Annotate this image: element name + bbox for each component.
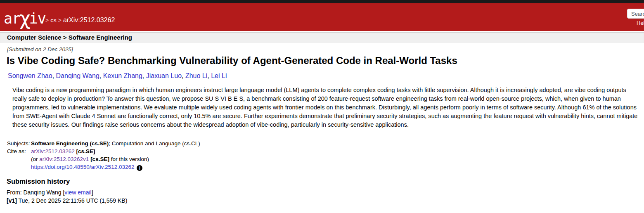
author-link[interactable]: Jiaxuan Luo	[146, 72, 182, 79]
cite-as-label: Cite as:	[7, 147, 31, 155]
submitter-line: From: Danqing Wang [view email]	[7, 188, 639, 196]
abstract-text: Vibe coding is a new programming paradig…	[12, 86, 639, 129]
subjects-label: Subjects:	[7, 140, 31, 147]
doi-row: https://doi.org/10.48550/arXiv.2512.0326…	[7, 163, 639, 171]
subject-breadcrumb[interactable]: Computer Science > Software Engineering	[7, 34, 132, 41]
breadcrumb-link-cs[interactable]: cs	[50, 17, 57, 24]
version-row: (or arXiv:2512.03262v1 [cs.SE] for this …	[7, 155, 639, 163]
author-link[interactable]: Danqing Wang	[56, 72, 99, 79]
version-1-line: [v1] Tue, 2 Dec 2025 22:11:56 UTC (1,559…	[7, 196, 639, 205]
submission-history-section: Submission history From: Danqing Wang [v…	[7, 178, 639, 205]
version-tag: [v1]	[7, 197, 17, 204]
breadcrumb-paper-id: arXiv:2512.03262	[63, 17, 115, 24]
author-link[interactable]: Songwen Zhao	[8, 72, 52, 79]
logo-iv: iv	[29, 10, 46, 27]
doi-link[interactable]: https://doi.org/10.48550/arXiv.2512.0326…	[31, 164, 134, 170]
author-link[interactable]: Lei Li	[211, 72, 227, 79]
info-icon[interactable]: i	[137, 165, 142, 171]
author-link[interactable]: Zhuo Li	[185, 72, 207, 79]
version-timestamp: Tue, 2 Dec 2025 22:11:56 UTC (1,559 KB)	[19, 197, 128, 204]
arxiv-header-banner: arχiv >cs>arXiv:2512.03262 Help	[0, 3, 644, 31]
subject-breadcrumb-bar: Computer Science > Software Engineering	[0, 32, 644, 43]
logo-ar: ar	[4, 10, 20, 27]
paper-title: Is Vibe Coding Safe? Benchmarking Vulner…	[7, 55, 639, 67]
breadcrumb-separator: >	[44, 17, 50, 24]
cite-as-row: Cite as: arXiv:2512.03262 [cs.SE]	[7, 147, 639, 155]
breadcrumb: >cs>arXiv:2512.03262	[44, 17, 115, 24]
top-black-bar	[0, 0, 644, 3]
version-close-paren: for this version)	[111, 156, 149, 162]
version-arxiv-link[interactable]: arXiv:2512.03262v1	[39, 156, 89, 162]
author-link[interactable]: Kexun Zhang	[103, 72, 142, 79]
breadcrumb-separator: >	[57, 17, 63, 24]
submission-date-note: [Submitted on 2 Dec 2025]	[7, 46, 639, 52]
submitter-name: From: Danqing Wang [	[7, 189, 64, 196]
subjects-row: Subjects: Software Engineering (cs.SE); …	[7, 140, 639, 147]
version-category: [cs.SE]	[90, 156, 109, 162]
author-list: Songwen Zhao, Danqing Wang, Kexun Zhang,…	[8, 72, 639, 80]
cite-category: [cs.SE]	[76, 148, 95, 154]
subject-primary: Software Engineering (cs.SE)	[31, 140, 109, 147]
cite-arxiv-link[interactable]: arXiv:2512.03262	[31, 148, 75, 154]
search-input[interactable]	[627, 9, 644, 19]
metadata-table: Subjects: Software Engineering (cs.SE); …	[7, 140, 639, 171]
submission-history-heading: Submission history	[7, 178, 639, 185]
abstract-page-content: [Submitted on 2 Dec 2025] Is Vibe Coding…	[0, 46, 644, 205]
help-link[interactable]: Help	[637, 20, 644, 26]
version-open-paren: (or	[31, 156, 38, 162]
arxiv-logo[interactable]: arχiv	[4, 7, 46, 26]
view-email-link[interactable]: view email	[64, 189, 91, 196]
logo-chi-icon: χ	[19, 9, 30, 28]
subject-secondary: ; Computation and Language (cs.CL)	[109, 140, 200, 147]
